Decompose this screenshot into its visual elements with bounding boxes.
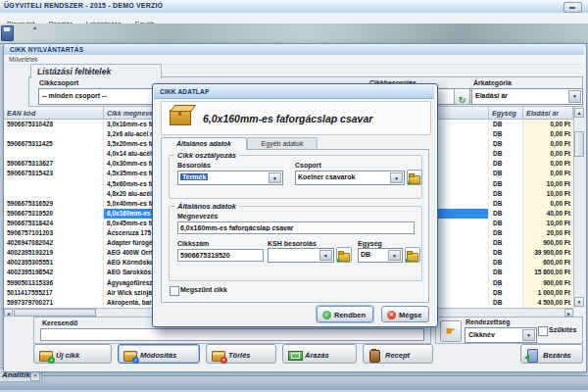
egyseg-value: DB [361, 251, 370, 258]
collapse-arrow-icon[interactable]: ▴ [33, 24, 36, 30]
cikkszam-label: Cikkszám [177, 240, 209, 247]
vertical-scrollbar[interactable]: ▲ ▼ [573, 107, 585, 308]
cell-price: 10,00 Ft [523, 179, 573, 189]
csoport-select[interactable]: Koelner csavarok ▼ [295, 171, 405, 185]
search-input[interactable] [40, 328, 424, 341]
close-button[interactable]: Bezárás [520, 344, 583, 364]
minimize-icon [569, 7, 575, 9]
ok-label: Rendben [334, 311, 366, 319]
pricing-button[interactable]: Árazás [282, 344, 357, 364]
folder-icon [338, 253, 350, 262]
cell-price: 0,00 Ft [523, 159, 573, 169]
cell-ean: 5906675318424 [4, 219, 104, 228]
cell-unit: DB [489, 268, 523, 277]
jump-to-button[interactable]: ☛ [440, 320, 462, 342]
narrow-checkbox[interactable] [538, 326, 548, 336]
ok-button[interactable]: ✓ Rendben [317, 306, 373, 322]
column-header-unit[interactable]: Egység [489, 107, 523, 120]
egyseg-select[interactable]: DB ▼ [358, 248, 403, 263]
product-title: 6,0x160mm-es faforgácslap csavar [203, 113, 372, 124]
minimize-button[interactable] [564, 2, 582, 13]
besorolas-select[interactable]: Termék ▼ [177, 171, 283, 185]
recipe-label: Recept [385, 351, 410, 360]
order-select[interactable]: Cikknév ▼ [465, 327, 537, 343]
chevron-down-icon[interactable]: ▼ [568, 90, 581, 103]
delete-button[interactable]: × Törlés [206, 344, 276, 364]
ksh-label: KSH besorolás [268, 240, 317, 247]
refresh-button[interactable]: ↻ [454, 88, 470, 105]
tab-altalanos-adatok[interactable]: Általános adatok [161, 137, 247, 150]
check-badge-icon: ✓ [132, 357, 139, 364]
arkategoria-select[interactable]: Eladási ár ▼ [471, 88, 583, 105]
cikkcsoport-label: Cikkcsoport [39, 79, 78, 86]
floppy-icon[interactable] [1, 25, 14, 41]
scroll-right-button[interactable]: ► [564, 309, 573, 317]
chevron-down-icon[interactable]: ▼ [390, 172, 403, 183]
cell-unit: DB [489, 189, 523, 199]
scroll-down-button[interactable]: ▼ [574, 297, 584, 307]
cikkszam-input[interactable] [177, 249, 264, 262]
cell-price: 10,00 Ft [523, 219, 573, 228]
classification-group-title: Cikk osztályozás [174, 151, 239, 160]
menu-muveletek[interactable]: Műveletek [9, 56, 38, 63]
open-egyseg-button[interactable] [405, 247, 420, 263]
jar-icon [369, 350, 380, 363]
cell-price: 20,00 Ft [523, 228, 573, 238]
column-header-price[interactable]: Eladási ár [523, 107, 573, 120]
cancel-x-icon: ✕ [387, 311, 396, 319]
besorolas-label: Besorolás [177, 162, 211, 169]
chevron-down-icon[interactable]: ▼ [388, 250, 401, 261]
cell-ean: 5906675310428 [4, 120, 104, 129]
discontinued-checkbox[interactable] [170, 286, 179, 296]
discontinued-label: Megszűnt cikk [180, 286, 227, 293]
cell-unit: DB [489, 149, 523, 159]
cell-price: 900,00 Ft [523, 278, 573, 288]
article-dialog: CIKK ADATLAP 6,0x160mm-es faforgácslap c… [152, 83, 438, 327]
chevron-down-icon[interactable]: ▼ [269, 172, 281, 183]
ksh-select[interactable]: ▼ [268, 248, 334, 263]
delete-label: Törlés [228, 351, 251, 360]
chevron-down-icon[interactable]: ▼ [522, 329, 535, 341]
cell-price: 0,00 Ft [523, 120, 573, 129]
order-label: Rendezettség [466, 318, 511, 325]
cell-price: 1 000,00 Ft [523, 288, 573, 298]
cell-ean: 4002395193219 [4, 248, 104, 258]
dialog-header: 6,0x160mm-es faforgácslap csavar [161, 101, 431, 135]
besorolas-value: Termék [180, 173, 208, 180]
cell-unit: DB [489, 258, 523, 268]
cell-unit: DB [489, 120, 523, 129]
column-header-ean[interactable]: EAN kód [4, 107, 104, 120]
modify-button[interactable]: ✓ Módosítás [118, 344, 200, 364]
scrollbar-thumb[interactable] [14, 309, 96, 317]
classification-group: Cikk osztályozás Besorolás Termék ▼ Csop… [169, 155, 422, 199]
scrollbar-thumb[interactable] [574, 131, 584, 157]
recipe-button[interactable]: Recept [363, 344, 433, 364]
chevron-down-icon[interactable]: ▼ [319, 250, 332, 261]
cell-price: 0,00 Ft [523, 199, 573, 209]
cell-ean: 5906675315423 [4, 169, 104, 178]
cell-unit: DB [489, 169, 523, 178]
cell-unit: DB [489, 209, 523, 219]
scroll-left-button[interactable]: ◄ [4, 309, 13, 317]
csoport-label: Csoport [295, 162, 321, 169]
cell-ean: 5906675313627 [4, 159, 104, 169]
cell-unit: DB [489, 288, 523, 298]
cell-unit: DB [489, 298, 523, 308]
x-badge-icon: × [220, 357, 227, 364]
refresh-icon: ↻ [459, 95, 466, 105]
scroll-up-button[interactable]: ▲ [574, 108, 584, 118]
dialog-tab-panel: Cikk osztályozás Besorolás Termék ▼ Csop… [161, 149, 429, 303]
cell-price: 4 500,00 Ft [523, 298, 573, 308]
megnevezes-input[interactable] [177, 221, 415, 234]
new-item-button[interactable]: + Új cikk [33, 344, 112, 364]
cell-ean: 5906675311425 [4, 139, 104, 149]
general-group: Általános adatok Megnevezés Cikkszám KSH… [169, 206, 422, 281]
folder-icon [407, 253, 418, 262]
open-group-button[interactable] [407, 170, 422, 185]
box-icon: ✓ [123, 351, 137, 362]
open-ksh-button[interactable] [336, 247, 352, 263]
dialog-title: CIKK ADATLAP [160, 88, 209, 95]
modify-label: Módosítás [140, 351, 176, 360]
cell-unit: DB [489, 278, 523, 288]
cancel-button[interactable]: ✕ Mégse [381, 306, 429, 322]
